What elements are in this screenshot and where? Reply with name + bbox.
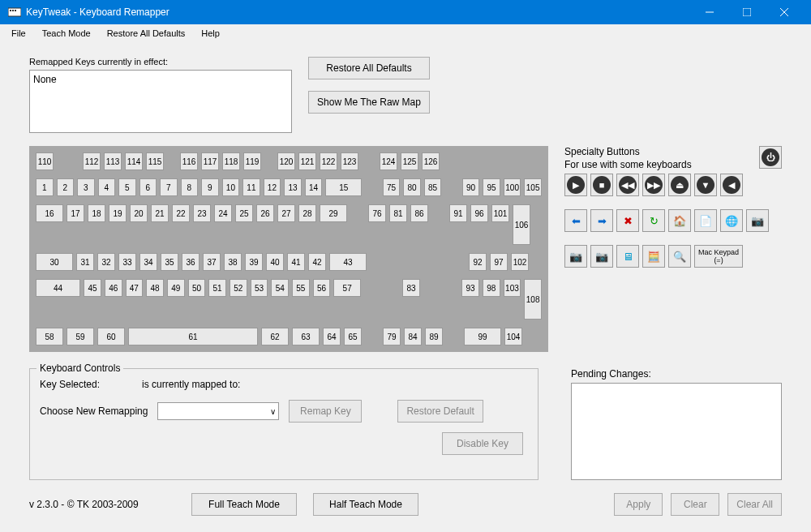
key-116[interactable]: 116 bbox=[180, 152, 198, 170]
key-33[interactable]: 33 bbox=[118, 253, 136, 271]
media-next-button[interactable]: ▶▶ bbox=[642, 174, 665, 196]
key-91[interactable]: 91 bbox=[449, 204, 467, 222]
clear-all-button[interactable]: Clear All bbox=[727, 493, 782, 516]
key-59[interactable]: 59 bbox=[67, 328, 94, 345]
media-stop-button[interactable]: ■ bbox=[590, 174, 613, 196]
remapped-list[interactable]: None bbox=[29, 70, 292, 133]
key-75[interactable]: 75 bbox=[383, 178, 401, 196]
media-down-button[interactable]: ▼ bbox=[694, 174, 717, 196]
key-36[interactable]: 36 bbox=[182, 253, 200, 271]
key-99[interactable]: 99 bbox=[464, 328, 501, 345]
key-24[interactable]: 24 bbox=[214, 204, 232, 222]
restore-default-button[interactable]: Restore Default bbox=[397, 400, 483, 423]
key-44[interactable]: 44 bbox=[36, 279, 80, 297]
key-41[interactable]: 41 bbox=[287, 253, 305, 271]
key-21[interactable]: 21 bbox=[151, 204, 169, 222]
key-51[interactable]: 51 bbox=[208, 279, 226, 297]
key-5[interactable]: 5 bbox=[118, 178, 136, 196]
key-86[interactable]: 86 bbox=[410, 204, 428, 222]
key-6[interactable]: 6 bbox=[139, 178, 157, 196]
disable-key-button[interactable]: Disable Key bbox=[442, 432, 523, 455]
maximize-button[interactable] bbox=[728, 0, 766, 24]
key-25[interactable]: 25 bbox=[235, 204, 253, 222]
key-26[interactable]: 26 bbox=[256, 204, 274, 222]
key-12[interactable]: 12 bbox=[264, 178, 281, 196]
menu-file[interactable]: File bbox=[5, 27, 32, 40]
key-23[interactable]: 23 bbox=[193, 204, 211, 222]
key-53[interactable]: 53 bbox=[251, 279, 268, 297]
key-58[interactable]: 58 bbox=[36, 328, 63, 345]
key-123[interactable]: 123 bbox=[341, 152, 358, 170]
key-61[interactable]: 61 bbox=[128, 328, 258, 345]
menu-help[interactable]: Help bbox=[195, 27, 226, 40]
key-18[interactable]: 18 bbox=[88, 204, 105, 222]
key-63[interactable]: 63 bbox=[292, 328, 320, 345]
key-28[interactable]: 28 bbox=[298, 204, 316, 222]
key-101[interactable]: 101 bbox=[491, 204, 509, 222]
app-computer-button[interactable]: 🖥 bbox=[616, 245, 639, 268]
key-113[interactable]: 113 bbox=[104, 152, 122, 170]
show-raw-button[interactable]: Show Me The Raw Map bbox=[308, 91, 430, 114]
key-39[interactable]: 39 bbox=[245, 253, 263, 271]
key-9[interactable]: 9 bbox=[201, 178, 219, 196]
specialty-power-button[interactable]: ⏻ bbox=[759, 146, 782, 169]
key-84[interactable]: 84 bbox=[404, 328, 422, 345]
menu-teach[interactable]: Teach Mode bbox=[36, 27, 97, 40]
nav-stop-button[interactable]: ✖ bbox=[616, 209, 639, 232]
key-92[interactable]: 92 bbox=[469, 253, 487, 271]
key-54[interactable]: 54 bbox=[271, 279, 289, 297]
key-14[interactable]: 14 bbox=[305, 178, 323, 196]
key-76[interactable]: 76 bbox=[368, 204, 386, 222]
key-11[interactable]: 11 bbox=[242, 178, 260, 196]
key-89[interactable]: 89 bbox=[425, 328, 443, 345]
key-97[interactable]: 97 bbox=[490, 253, 508, 271]
key-35[interactable]: 35 bbox=[161, 253, 178, 271]
menu-restore[interactable]: Restore All Defaults bbox=[101, 27, 192, 40]
key-3[interactable]: 3 bbox=[77, 178, 95, 196]
key-95[interactable]: 95 bbox=[483, 178, 500, 196]
media-mute-button[interactable]: ◀ bbox=[720, 174, 743, 196]
key-122[interactable]: 122 bbox=[320, 152, 337, 170]
app-2-button[interactable]: 📷 bbox=[590, 245, 613, 268]
key-37[interactable]: 37 bbox=[203, 253, 221, 271]
key-20[interactable]: 20 bbox=[130, 204, 148, 222]
key-93[interactable]: 93 bbox=[461, 279, 479, 297]
key-52[interactable]: 52 bbox=[230, 279, 247, 297]
media-eject-button[interactable]: ⏏ bbox=[668, 174, 691, 196]
key-1[interactable]: 1 bbox=[36, 178, 54, 196]
app-1-button[interactable]: 📷 bbox=[564, 245, 587, 268]
key-60[interactable]: 60 bbox=[97, 328, 125, 345]
key-15[interactable]: 15 bbox=[325, 178, 362, 196]
key-81[interactable]: 81 bbox=[389, 204, 407, 222]
key-29[interactable]: 29 bbox=[320, 204, 347, 222]
key-2[interactable]: 2 bbox=[57, 178, 75, 196]
key-124[interactable]: 124 bbox=[380, 152, 397, 170]
key-98[interactable]: 98 bbox=[483, 279, 500, 297]
key-104[interactable]: 104 bbox=[504, 328, 522, 345]
key-16[interactable]: 16 bbox=[36, 204, 63, 222]
key-103[interactable]: 103 bbox=[504, 279, 521, 297]
mac-keypad-button[interactable]: Mac Keypad (=) bbox=[694, 245, 743, 268]
key-108[interactable]: 108 bbox=[524, 279, 542, 320]
key-96[interactable]: 96 bbox=[470, 204, 488, 222]
key-57[interactable]: 57 bbox=[333, 279, 361, 297]
nav-home-button[interactable]: 🏠 bbox=[668, 209, 691, 232]
key-32[interactable]: 32 bbox=[97, 253, 115, 271]
nav-refresh-button[interactable]: ↻ bbox=[642, 209, 665, 232]
key-56[interactable]: 56 bbox=[313, 279, 331, 297]
app-calc-button[interactable]: 🧮 bbox=[642, 245, 665, 268]
key-125[interactable]: 125 bbox=[401, 152, 418, 170]
apply-button[interactable]: Apply bbox=[614, 493, 663, 516]
key-114[interactable]: 114 bbox=[125, 152, 143, 170]
key-19[interactable]: 19 bbox=[109, 204, 127, 222]
key-106[interactable]: 106 bbox=[513, 204, 530, 245]
key-43[interactable]: 43 bbox=[329, 253, 367, 271]
half-teach-button[interactable]: Half Teach Mode bbox=[313, 493, 418, 516]
key-118[interactable]: 118 bbox=[222, 152, 240, 170]
key-105[interactable]: 105 bbox=[524, 178, 542, 196]
key-62[interactable]: 62 bbox=[261, 328, 289, 345]
key-121[interactable]: 121 bbox=[298, 152, 316, 170]
key-119[interactable]: 119 bbox=[243, 152, 261, 170]
key-42[interactable]: 42 bbox=[308, 253, 326, 271]
minimize-button[interactable] bbox=[691, 0, 728, 24]
